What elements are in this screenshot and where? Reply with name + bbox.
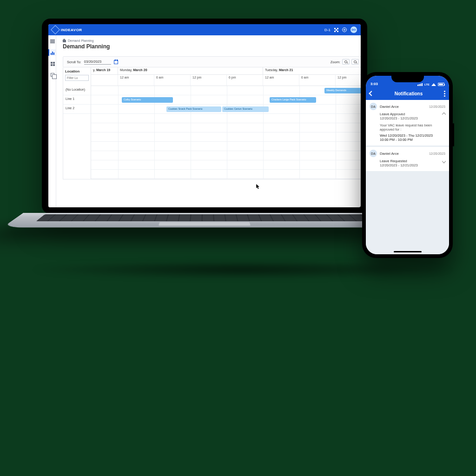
laptop-device: INDEAVOR D-1 DO: [23, 19, 386, 279]
lane-row[interactable]: [91, 142, 361, 151]
hour-cell: 6 am: [154, 75, 191, 86]
topbar-badge: D-1: [324, 28, 331, 32]
gantt-body: (No Location)Line 1Line 2 Weekly Demands…: [63, 86, 361, 179]
lane-row[interactable]: Colby ScenarioCrackers Large Pack Scenar…: [91, 95, 361, 105]
home-icon[interactable]: [63, 39, 66, 42]
phone-header: Notifications: [366, 87, 449, 100]
gantt-bar[interactable]: Weekly Demands: [324, 88, 361, 93]
sender-avatar: DA: [370, 150, 377, 157]
avatar[interactable]: DO: [350, 26, 357, 33]
notification-range: 12/20/2023 - 12/21/2023: [380, 116, 445, 120]
gantt-bar[interactable]: Crackers Large Pack Scenario: [270, 97, 316, 103]
laptop-base: [2, 213, 407, 227]
notification-title: Leave Approved: [380, 112, 445, 116]
sidenav-menu[interactable]: [48, 38, 56, 45]
grid-icon: [51, 62, 55, 66]
hour-cell: 12 pm: [336, 75, 361, 86]
scroll-to-label: Scroll To:: [67, 60, 81, 64]
copy-icon: [51, 73, 54, 77]
hour-cell: 12 am: [263, 75, 299, 86]
sidenav: [48, 35, 56, 207]
location-filter-input[interactable]: [65, 75, 89, 81]
lane-row[interactable]: Cookies Snack Pack ScenarioCookies Carto…: [91, 105, 361, 114]
hour-cell: 12 pm: [191, 75, 227, 86]
sender-name: Daniel Arce: [380, 152, 399, 156]
main-area: Demand Planning Demand Planning Scroll T…: [56, 35, 361, 207]
apps-icon[interactable]: [334, 28, 338, 32]
notification-range: 12/20/2023 - 12/21/2023: [380, 163, 445, 167]
zoom-out-button[interactable]: [351, 59, 359, 65]
lane-row[interactable]: Weekly Demands: [91, 86, 361, 95]
app-topbar: INDEAVOR D-1 DO: [48, 24, 361, 35]
location-row: Line 2: [63, 105, 91, 114]
notification-card[interactable]: DADaniel Arce12/20/2023Leave Requested12…: [366, 147, 449, 171]
phone-device: 3:03 LTE Notifications DADaniel Arce12/2…: [362, 72, 453, 258]
hour-row: 12 am6 am12 pm6 pm12 am6 am12 pm: [91, 75, 361, 86]
scroll-to-group: Scroll To:: [67, 59, 118, 65]
notification-date: 12/20/2023: [429, 152, 445, 155]
lane-area[interactable]: Weekly DemandsColby ScenarioCrackers Lar…: [91, 86, 361, 179]
day-cell: Tuesday, March 21: [263, 67, 361, 74]
calendar-icon[interactable]: [114, 60, 118, 64]
back-button[interactable]: [369, 91, 374, 96]
signal-icon: [417, 83, 423, 86]
lane-row[interactable]: [91, 132, 361, 142]
laptop-trackpad: [159, 222, 251, 226]
zoom-label: Zoom:: [331, 60, 340, 64]
phone-header-title: Notifications: [395, 91, 423, 96]
breadcrumb-label[interactable]: Demand Planning: [68, 39, 94, 42]
gantt-head: Location y, March 19Monday, March 20Tues…: [63, 67, 361, 86]
battery-icon: [438, 83, 444, 86]
location-row: Line 1: [63, 95, 91, 105]
sender-avatar: DA: [370, 103, 377, 110]
network-label: LTE: [424, 83, 430, 86]
bars-icon: [51, 51, 54, 55]
wifi-icon: [431, 83, 436, 86]
lane-row[interactable]: [91, 160, 361, 170]
topbar-right: D-1 DO: [324, 26, 357, 33]
status-time: 3:03: [370, 82, 378, 86]
gantt-bar[interactable]: Cookies Snack Pack Scenario: [166, 106, 221, 112]
lane-row[interactable]: [91, 123, 361, 132]
gantt-bar[interactable]: Cookies Carton Scenario: [222, 106, 269, 112]
hour-cell: [91, 75, 118, 86]
notification-title: Leave Requested: [380, 159, 445, 163]
phone-app: 3:03 LTE Notifications DADaniel Arce12/2…: [366, 76, 449, 254]
hamburger-icon: [50, 40, 55, 43]
sidenav-copy[interactable]: [48, 72, 56, 78]
zoom-group: Zoom:: [331, 59, 361, 65]
lane-row[interactable]: [91, 114, 361, 123]
location-row: (No Location): [63, 86, 91, 95]
app-body: Demand Planning Demand Planning Scroll T…: [48, 35, 361, 207]
magnifier-plus-icon: [344, 60, 347, 63]
more-button[interactable]: [444, 91, 445, 97]
day-cell: y, March 19: [91, 67, 118, 74]
notification-detail: Your VAC leave request has been approved…: [380, 123, 445, 142]
notification-list[interactable]: DADaniel Arce12/20/2023Leave Approved12/…: [366, 100, 449, 254]
magnifier-minus-icon: [354, 60, 357, 63]
laptop-keyboard: [36, 214, 373, 221]
gantt-bar[interactable]: Colby Scenario: [122, 97, 173, 103]
sidenav-grid[interactable]: [48, 60, 56, 67]
laptop-screen-bezel: INDEAVOR D-1 DO: [42, 19, 367, 214]
sidenav-planning[interactable]: [48, 49, 56, 56]
hour-cell: 6 am: [299, 75, 336, 86]
notification-date: 12/20/2023: [429, 105, 445, 108]
day-row: y, March 19Monday, March 20Tuesday, Marc…: [91, 67, 361, 75]
scroll-to-date-input[interactable]: [84, 59, 111, 65]
lane-row[interactable]: [91, 170, 361, 179]
hour-cell: 6 pm: [227, 75, 263, 86]
home-indicator[interactable]: [394, 251, 422, 252]
location-header-label: Location: [65, 69, 89, 73]
phone-notch: [391, 76, 424, 82]
sender-name: Daniel Arce: [380, 105, 399, 109]
gantt: Location y, March 19Monday, March 20Tues…: [63, 67, 361, 179]
status-icons: LTE: [417, 83, 444, 86]
gear-icon[interactable]: [342, 27, 347, 32]
lane-row[interactable]: [91, 151, 361, 160]
page-title: Demand Planning: [63, 43, 361, 50]
laptop-app: INDEAVOR D-1 DO: [48, 24, 361, 207]
day-cell: Monday, March 20: [118, 67, 263, 74]
zoom-in-button[interactable]: [342, 59, 350, 65]
notification-card[interactable]: DADaniel Arce12/20/2023Leave Approved12/…: [366, 100, 449, 145]
